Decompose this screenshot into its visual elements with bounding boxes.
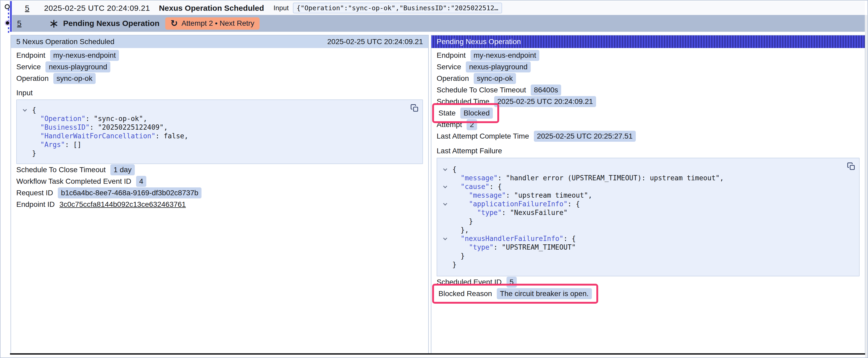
pending-panel-title: Pending Nexus Operation — [437, 37, 521, 46]
field-value-chip: 86400s — [531, 85, 561, 96]
json-text: "HandlerWaitForCancellation": false, — [32, 132, 188, 140]
event-history-view: 5 2025-02-25 UTC 20:24:09.21 Nexus Opera… — [0, 0, 868, 358]
json-line: } — [442, 260, 854, 269]
json-line: "Operation": "sync-op-ok", — [22, 115, 417, 123]
field-row-state: StateBlocked — [437, 107, 860, 119]
field-row-schedule-to-close-timeout: Schedule To Close Timeout86400s — [437, 84, 860, 96]
field-value-chip: 1 day — [110, 164, 135, 175]
copy-icon[interactable] — [410, 104, 419, 112]
field-value-chip: sync-op-ok — [474, 73, 516, 84]
field-label: Endpoint — [16, 51, 45, 60]
field-value-chip: nexus-playground — [45, 61, 110, 72]
gutter-spacer — [22, 132, 32, 140]
json-text: "cause": { — [453, 183, 502, 191]
vertical-scrollbar[interactable] — [865, 15, 867, 357]
field-value-chip: Blocked — [460, 108, 493, 119]
field-label: Endpoint — [437, 51, 466, 60]
field-label: Schedule To Close Timeout — [16, 166, 105, 174]
gutter-spacer — [22, 149, 32, 158]
gutter-spacer — [442, 208, 453, 217]
json-text: "applicationFailureInfo": { — [453, 200, 580, 208]
json-text: { — [453, 165, 457, 174]
json-text: }, — [453, 226, 469, 234]
collapse-chevron-icon[interactable] — [442, 200, 453, 208]
json-line: "HandlerWaitForCancellation": false, — [22, 132, 417, 140]
gutter-spacer — [22, 115, 32, 123]
field-value-chip: b1c6a4bc-8ee7-468a-9169-df3b02c8737b — [58, 187, 202, 198]
gutter-spacer — [442, 217, 453, 226]
json-line: } — [442, 252, 854, 260]
json-text: "type": "UPSTREAM_TIMEOUT" — [453, 243, 576, 252]
collapse-chevron-icon[interactable] — [22, 106, 32, 115]
field-label: Operation — [16, 74, 49, 83]
json-line: "message": "handler error (UPSTREAM_TIME… — [442, 174, 854, 183]
json-line: "type": "NexusFailure" — [442, 208, 854, 217]
input-json-block: { "Operation": "sync-op-ok", "BusinessID… — [16, 99, 423, 164]
field-value-chip: 4 — [136, 176, 147, 187]
json-line: "cause": { — [442, 183, 854, 191]
event-timestamp: 2025-02-25 UTC 20:24:09.21 — [44, 4, 150, 12]
timeline-event-dot-open-icon — [5, 4, 10, 9]
field-row-scheduled-time: Scheduled Time2025-02-25 UTC 20:24:09.21 — [437, 96, 860, 107]
json-line: }, — [442, 226, 854, 234]
json-text: } — [453, 260, 457, 269]
field-value-chip: 2025-02-25 UTC 20:24:09.21 — [494, 96, 596, 107]
gutter-spacer — [442, 243, 453, 252]
pending-fields-bottom: Scheduled Event ID5Blocked ReasonThe cir… — [437, 276, 860, 299]
json-text: "nexusHandlerFailureInfo": { — [453, 234, 576, 243]
json-text: "BusinessID": "20250225122409", — [32, 123, 168, 132]
field-label: Operation — [437, 74, 469, 83]
field-value-link[interactable]: 3c0c75ccfa8144b092c13ce632463761 — [59, 200, 186, 209]
gutter-spacer — [22, 140, 32, 149]
scheduled-fields: Endpointmy-nexus-endpointServicenexus-pl… — [16, 50, 423, 84]
collapse-chevron-icon[interactable] — [442, 165, 453, 174]
retry-icon: ↻ — [170, 20, 178, 27]
pending-event-title: Pending Nexus Operation — [63, 19, 159, 28]
gutter-spacer — [442, 260, 453, 269]
gutter-spacer — [442, 252, 453, 260]
field-value-chip: The circuit breaker is open. — [497, 288, 592, 299]
event-id-link[interactable]: 5 — [17, 19, 22, 28]
field-label: Workflow Task Completed Event ID — [16, 177, 131, 186]
copy-icon[interactable] — [847, 162, 856, 171]
input-json-lines: { "Operation": "sync-op-ok", "BusinessID… — [22, 106, 417, 158]
annotation-highlight-box: Blocked ReasonThe circuit breaker is ope… — [432, 284, 598, 304]
field-row-last-attempt-complete-time: Last Attempt Complete Time2025-02-25 UTC… — [437, 130, 860, 142]
scheduled-event-detail-panel: 5 Nexus Operation Scheduled 2025-02-25 U… — [10, 35, 429, 354]
field-row-attempt: Attempt2 — [437, 119, 860, 130]
failure-json-lines: { "message": "handler error (UPSTREAM_TI… — [442, 165, 854, 269]
collapse-chevron-icon[interactable] — [442, 234, 453, 243]
scheduled-panel-header: 5 Nexus Operation Scheduled 2025-02-25 U… — [11, 35, 428, 48]
field-value-chip: 2025-02-25 UTC 20:25:27.51 — [534, 131, 636, 142]
field-label: Blocked Reason — [438, 290, 492, 298]
event-title: Nexus Operation Scheduled — [159, 4, 264, 12]
json-text: "Args": [] — [32, 140, 82, 149]
field-label: Endpoint ID — [16, 200, 55, 209]
pending-panel-body: Endpointmy-nexus-endpointServicenexus-pl… — [431, 48, 865, 299]
event-row-pending[interactable]: 5 ∗ Pending Nexus Operation ↻ Attempt 2 … — [12, 15, 865, 32]
json-line: "nexusHandlerFailureInfo": { — [442, 234, 854, 243]
json-text: } — [453, 252, 465, 260]
json-text: } — [453, 217, 473, 226]
json-text: } — [32, 149, 36, 158]
field-label: Last Attempt Complete Time — [437, 132, 529, 140]
field-row-service: Servicenexus-playground — [16, 61, 423, 73]
json-line: "type": "UPSTREAM_TIMEOUT" — [442, 243, 854, 252]
scheduled-panel-title: 5 Nexus Operation Scheduled — [16, 37, 115, 46]
input-preview-chip: {"Operation":"sync-op-ok","BusinessID":"… — [293, 3, 502, 13]
json-line: } — [442, 217, 854, 226]
failure-json-block: { "message": "handler error (UPSTREAM_TI… — [437, 158, 860, 276]
field-row-workflow-task-completed-event-id: Workflow Task Completed Event ID4 — [16, 175, 423, 187]
pending-fields: Endpointmy-nexus-endpointServicenexus-pl… — [437, 50, 860, 142]
json-text: "message": "upstream timeout", — [453, 191, 592, 200]
json-line: { — [442, 165, 854, 174]
input-label: Input — [274, 4, 289, 12]
event-row-scheduled[interactable]: 5 2025-02-25 UTC 20:24:09.21 Nexus Opera… — [12, 1, 865, 15]
field-value-chip: my-nexus-endpoint — [470, 50, 539, 61]
selected-events-indicator-bar — [10, 1, 12, 32]
event-id-link[interactable]: 5 — [25, 4, 29, 12]
nexus-asterisk-icon: ∗ — [49, 18, 59, 29]
json-line: } — [22, 149, 417, 158]
collapse-chevron-icon[interactable] — [442, 183, 453, 191]
gutter-spacer — [442, 174, 453, 183]
